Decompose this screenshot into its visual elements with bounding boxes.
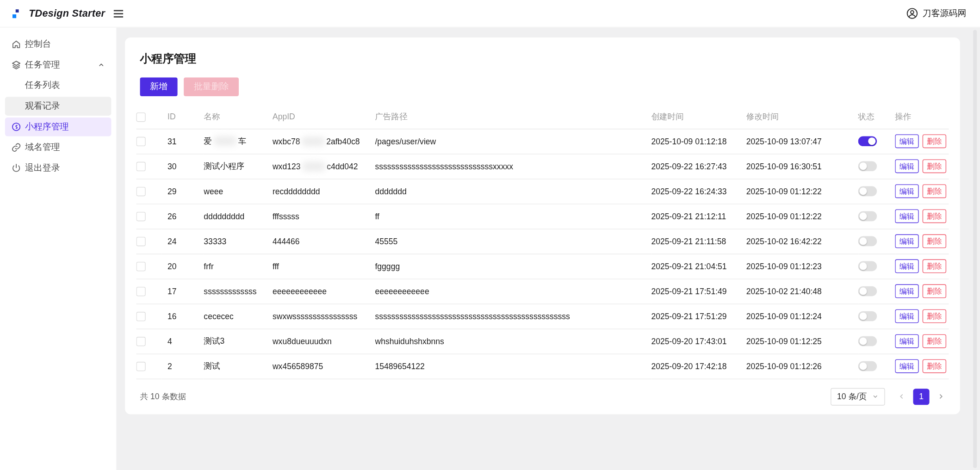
col-id: ID [161,105,204,129]
cell-created: 2025-10-09 01:12:18 [651,129,746,154]
delete-button[interactable]: 删除 [923,184,946,198]
table-row: 31爱车wxbc782afb40c8/pages/user/view2025-1… [136,129,949,154]
cell-name: frfr [204,254,273,278]
delete-button[interactable]: 删除 [923,309,946,323]
delete-button[interactable]: 删除 [923,334,946,348]
user-avatar-icon[interactable] [906,7,918,19]
cell-name: 测试 [204,354,273,379]
edit-button[interactable]: 编辑 [895,184,918,198]
table-row: 16cecececswxwsssssssssssssssssssssssssss… [136,303,949,328]
page-size-select[interactable]: 10 条/页 [831,388,885,405]
cell-created: 2025-09-22 16:24:33 [651,179,746,204]
redaction-blur [302,161,325,171]
cell-name: 测试小程序 [204,154,273,179]
chevron-left-icon[interactable] [898,392,906,401]
cell-id: 30 [161,154,204,179]
sidebar-item-logout[interactable]: 退出登录 [5,159,112,178]
cell-name: 测试3 [204,329,273,354]
col-path: 广告路径 [375,105,651,129]
collapse-menu-icon[interactable] [114,10,123,17]
table-row: 2433333444466455552025-09-21 21:11:58202… [136,229,949,254]
cell-name: weee [204,179,273,204]
sidebar-item-task-list[interactable]: 任务列表 [5,76,112,95]
status-toggle[interactable] [858,336,877,346]
app-logo[interactable]: TDesign Starter [0,8,105,19]
cell-appid: wxbc782afb40c8 [273,129,375,154]
cell-name: sssssssssssss [204,278,273,303]
status-toggle[interactable] [858,361,877,371]
batch-delete-button[interactable]: 批量删除 [184,77,239,96]
scrollbar[interactable] [973,30,977,468]
sidebar-item-watch-records[interactable]: 观看记录 [5,97,112,116]
add-button[interactable]: 新增 [140,77,178,96]
page-number-button[interactable]: 1 [913,389,929,405]
content-card: 小程序管理 新增 批量删除 ID 名称 AppID 广告路径 创建时间 修改时间… [125,37,960,414]
select-all-checkbox[interactable] [136,112,145,122]
sidebar-item-dashboard[interactable]: 控制台 [5,35,112,54]
edit-button[interactable]: 编辑 [895,260,918,273]
sidebar-item-miniprogram-management[interactable]: 小程序管理 [5,118,112,136]
cell-name: ddddddddd [204,204,273,229]
edit-button[interactable]: 编辑 [895,309,918,323]
status-toggle[interactable] [858,311,877,322]
row-checkbox[interactable] [136,287,145,296]
delete-button[interactable]: 删除 [923,134,946,148]
sidebar-item-domain-management[interactable]: 域名管理 [5,138,112,157]
row-checkbox[interactable] [136,262,145,271]
row-checkbox[interactable] [136,337,145,346]
chevron-up-icon [98,61,105,68]
chevron-right-icon[interactable] [937,392,945,401]
cell-path: sssssssssssssssssssssssssssssxxxxx [375,154,651,179]
cell-modified: 2025-10-02 21:40:48 [746,278,858,303]
row-checkbox[interactable] [136,162,145,171]
status-toggle[interactable] [858,161,877,172]
edit-button[interactable]: 编辑 [895,334,918,348]
sidebar-item-label: 控制台 [25,39,51,50]
cell-path: eeeeeeeeeeee [375,278,651,303]
sidebar-item-label: 任务列表 [25,80,60,91]
status-toggle[interactable] [858,136,877,147]
status-toggle[interactable] [858,211,877,222]
delete-button[interactable]: 删除 [923,260,946,273]
table-row: 20frfrffffggggg2025-09-21 21:04:512025-1… [136,254,949,278]
cell-path: fggggg [375,254,651,278]
cell-modified: 2025-10-09 13:07:47 [746,129,858,154]
edit-button[interactable]: 编辑 [895,134,918,148]
app-icon [11,122,21,132]
row-checkbox[interactable] [136,237,145,246]
cell-appid: wxd123c4dd042 [273,154,375,179]
delete-button[interactable]: 删除 [923,159,946,173]
edit-button[interactable]: 编辑 [895,159,918,173]
cell-name: cececec [204,303,273,328]
delete-button[interactable]: 删除 [923,235,946,248]
row-checkbox[interactable] [136,212,145,221]
layers-icon [11,60,21,70]
row-checkbox[interactable] [136,362,145,371]
sidebar-item-label: 任务管理 [25,59,60,70]
miniprogram-table: ID 名称 AppID 广告路径 创建时间 修改时间 状态 操作 31爱车wxb… [136,105,949,379]
edit-button[interactable]: 编辑 [895,284,918,298]
page-title: 小程序管理 [140,51,945,66]
row-checkbox[interactable] [136,187,145,196]
delete-button[interactable]: 删除 [923,210,946,223]
col-actions: 操作 [895,105,949,129]
table-row: 17ssssssssssssseeeeeeeeeeeeeeeeeeeeeeee2… [136,278,949,303]
cell-id: 26 [161,204,204,229]
edit-button[interactable]: 编辑 [895,210,918,223]
row-checkbox[interactable] [136,137,145,146]
row-checkbox[interactable] [136,312,145,321]
cell-modified: 2025-10-09 01:12:22 [746,179,858,204]
cell-appid: 444466 [273,229,375,254]
edit-button[interactable]: 编辑 [895,359,918,373]
username-text[interactable]: 刀客源码网 [923,8,967,19]
status-toggle[interactable] [858,236,877,247]
sidebar-item-task-management[interactable]: 任务管理 [5,56,112,74]
status-toggle[interactable] [858,286,877,297]
screen: TDesign Starter 刀客源码网 控制台 [0,0,980,470]
status-toggle[interactable] [858,261,877,272]
status-toggle[interactable] [858,186,877,197]
cell-appid: eeeeeeeeeeee [273,278,375,303]
edit-button[interactable]: 编辑 [895,235,918,248]
delete-button[interactable]: 删除 [923,359,946,373]
delete-button[interactable]: 删除 [923,284,946,298]
